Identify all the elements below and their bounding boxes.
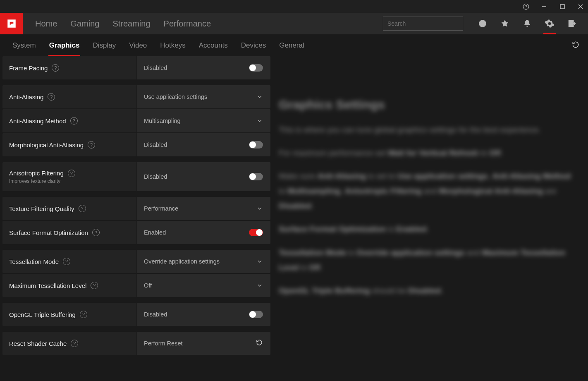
setting-dropdown[interactable]: Override application settings: [137, 250, 270, 273]
setting-label: Reset Shader Cache: [9, 340, 67, 347]
tab-hotkeys[interactable]: Hotkeys: [153, 36, 192, 55]
setting-row: Frame Pacing?Disabled: [2, 56, 270, 79]
setting-toggle[interactable]: Disabled: [137, 303, 270, 326]
setting-value: Multisampling: [144, 117, 181, 124]
setting-label: Tessellation Mode: [9, 258, 59, 265]
setting-label: Morphological Anti-Aliasing: [9, 141, 84, 149]
help-icon[interactable]: ?: [71, 340, 78, 347]
star-icon[interactable]: [494, 13, 516, 34]
setting-row: Anisotropic Filtering?Improves texture c…: [2, 162, 270, 191]
setting-label: Anti-Aliasing Method: [9, 117, 66, 125]
setting-row: Anti-Aliasing Method?Multisampling: [2, 109, 270, 132]
exit-icon[interactable]: [561, 13, 583, 34]
setting-value: Disabled: [144, 311, 167, 318]
setting-row: Texture Filtering Quality?Performance: [2, 197, 270, 220]
nav-gaming[interactable]: Gaming: [64, 14, 106, 34]
search-box[interactable]: [383, 17, 463, 31]
search-input[interactable]: [387, 20, 460, 27]
chevron-down-icon: [256, 258, 263, 265]
setting-row: Maximum Tessellation Level?Off: [2, 274, 270, 297]
setting-dropdown[interactable]: Off: [137, 274, 270, 297]
toggle-switch[interactable]: [249, 64, 263, 72]
close-button[interactable]: [576, 2, 585, 11]
setting-row: Morphological Anti-Aliasing?Disabled: [2, 133, 270, 156]
setting-label: OpenGL Triple Buffering: [9, 311, 76, 318]
svg-point-1: [526, 8, 526, 8]
setting-toggle[interactable]: Disabled: [137, 56, 270, 79]
setting-row: Tessellation Mode?Override application s…: [2, 250, 270, 273]
setting-toggle[interactable]: Disabled: [137, 133, 270, 156]
help-icon[interactable]: ?: [92, 229, 100, 236]
bell-icon[interactable]: [516, 13, 538, 34]
gear-icon[interactable]: [538, 13, 561, 34]
setting-dropdown[interactable]: Multisampling: [137, 109, 270, 132]
setting-action[interactable]: Perform Reset: [137, 332, 270, 355]
setting-label: Frame Pacing: [9, 65, 48, 72]
nav-home[interactable]: Home: [29, 14, 64, 34]
setting-label: Maximum Tessellation Level: [9, 282, 86, 289]
help-icon[interactable]: ?: [80, 311, 87, 318]
tab-devices[interactable]: Devices: [234, 36, 272, 55]
help-icon[interactable]: ?: [68, 170, 75, 177]
tab-display[interactable]: Display: [86, 36, 122, 55]
info-title: Graphics Settings: [279, 98, 571, 112]
svg-rect-3: [560, 5, 564, 9]
chevron-down-icon: [256, 205, 263, 212]
setting-value: Override application settings: [144, 258, 220, 265]
setting-value: Off: [144, 282, 152, 289]
tab-system[interactable]: System: [6, 36, 43, 55]
toggle-switch[interactable]: [249, 229, 263, 236]
tab-accounts[interactable]: Accounts: [192, 36, 234, 55]
window-titlebar: [0, 0, 588, 13]
help-icon[interactable]: ?: [79, 205, 86, 212]
setting-value: Use application settings: [144, 93, 207, 100]
setting-label: Surface Format Optimization: [9, 229, 88, 236]
help-icon[interactable]: ?: [91, 282, 98, 289]
setting-label: Texture Filtering Quality: [9, 205, 74, 212]
setting-row: Reset Shader Cache?Perform Reset: [2, 332, 270, 355]
tab-graphics[interactable]: Graphics: [43, 36, 86, 55]
minimize-button[interactable]: [540, 2, 548, 11]
setting-toggle[interactable]: Enabled: [137, 221, 270, 244]
toggle-switch[interactable]: [249, 311, 263, 318]
tab-video[interactable]: Video: [122, 36, 153, 55]
setting-toggle[interactable]: Disabled: [137, 162, 270, 191]
setting-value: Performance: [144, 205, 178, 212]
toggle-switch[interactable]: [249, 141, 263, 149]
reset-defaults-icon[interactable]: [571, 41, 580, 50]
settings-subtabs: System Graphics Display Video Hotkeys Ac…: [0, 34, 588, 56]
nav-streaming[interactable]: Streaming: [106, 14, 157, 34]
chevron-down-icon: [256, 282, 263, 289]
help-icon[interactable]: ?: [88, 141, 95, 149]
setting-row: Anti-Aliasing?Use application settings: [2, 85, 270, 108]
amd-logo[interactable]: [0, 13, 23, 34]
setting-dropdown[interactable]: Performance: [137, 197, 270, 220]
help-icon[interactable]: [522, 2, 530, 11]
setting-value: Perform Reset: [144, 340, 182, 347]
help-icon[interactable]: ?: [48, 93, 55, 101]
toggle-switch[interactable]: [249, 173, 263, 180]
tab-general[interactable]: General: [272, 36, 311, 55]
setting-label: Anti-Aliasing: [9, 93, 43, 101]
setting-row: Surface Format Optimization?Enabled: [2, 221, 270, 244]
setting-label: Anisotropic Filtering: [9, 170, 64, 177]
help-icon[interactable]: ?: [70, 117, 78, 125]
setting-value: Enabled: [144, 229, 166, 236]
maximize-button[interactable]: [558, 2, 566, 11]
settings-panel: Frame Pacing?DisabledAnti-Aliasing?Use a…: [0, 56, 270, 361]
nav-performance[interactable]: Performance: [157, 14, 218, 34]
info-panel: Graphics Settings This is where you can …: [270, 56, 588, 361]
chevron-down-icon: [256, 117, 263, 124]
setting-sublabel: Improves texture clarity: [9, 178, 136, 184]
setting-row: OpenGL Triple Buffering?Disabled: [2, 303, 270, 326]
setting-dropdown[interactable]: Use application settings: [137, 85, 270, 108]
web-icon[interactable]: [471, 13, 494, 34]
setting-value: Disabled: [144, 141, 167, 148]
chevron-down-icon: [256, 93, 263, 100]
help-icon[interactable]: ?: [63, 258, 70, 265]
main-nav: Home Gaming Streaming Performance: [0, 13, 588, 34]
setting-value: Disabled: [144, 65, 167, 71]
help-icon[interactable]: ?: [52, 64, 59, 72]
reset-icon[interactable]: [256, 339, 263, 348]
setting-value: Disabled: [144, 173, 167, 180]
